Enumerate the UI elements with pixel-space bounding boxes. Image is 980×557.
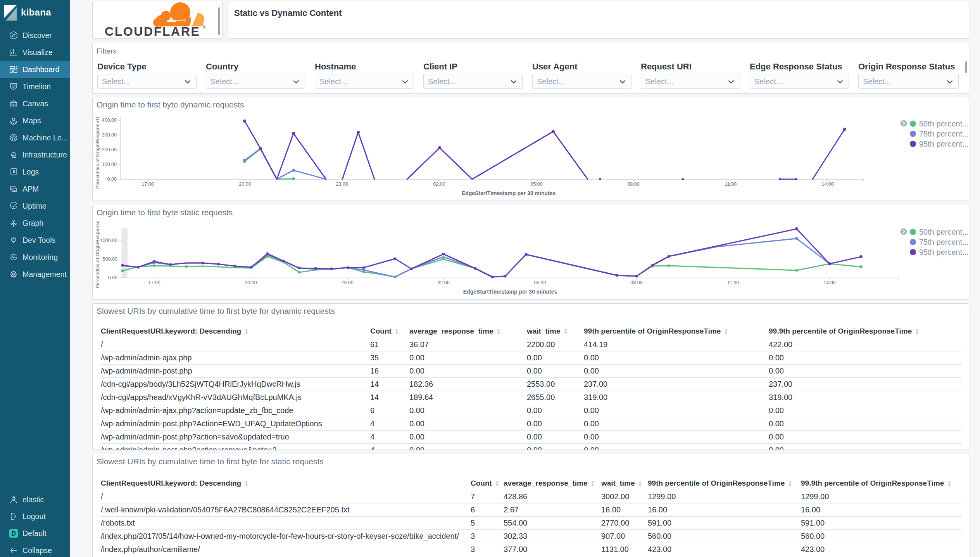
svg-text:CLOUDFLARE: CLOUDFLARE [105,24,200,38]
svg-text:D: D [11,530,16,537]
svg-text:®: ® [203,26,206,30]
